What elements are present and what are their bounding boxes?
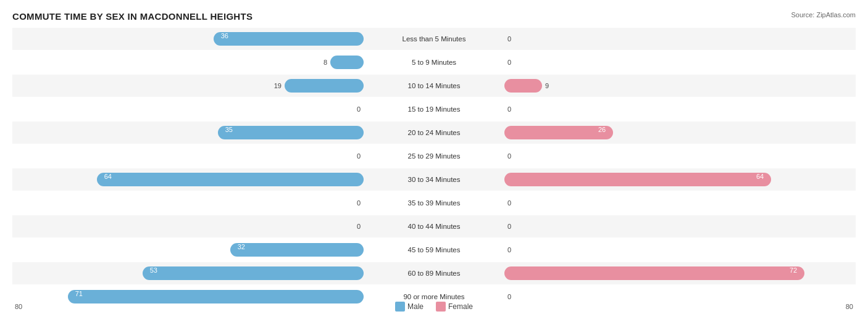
chart-row: 19 10 to 14 Minutes 9	[12, 75, 856, 97]
female-value-inside: 72	[790, 266, 801, 274]
female-side: 0	[502, 28, 856, 50]
female-side: 0	[502, 192, 856, 214]
female-bar: 26	[504, 126, 613, 139]
female-bar: 64	[504, 173, 771, 186]
row-inner: 53 60 to 89 Minutes 72	[12, 262, 856, 284]
female-side: 0	[502, 145, 856, 167]
male-value-inside: 71	[72, 290, 83, 297]
female-side: 9	[502, 75, 856, 97]
female-bar-wrap: 0	[504, 32, 856, 46]
male-side: 64	[12, 168, 366, 191]
male-bar-wrap: 0	[12, 149, 364, 163]
row-inner: 71 90 or more Minutes 0	[12, 286, 856, 308]
female-bar-wrap: 72	[504, 266, 856, 280]
female-value-inside: 26	[598, 126, 609, 133]
male-side: 71	[12, 286, 366, 308]
female-value: 0	[507, 199, 519, 207]
male-side: 0	[12, 98, 366, 120]
male-bar: 32	[230, 243, 364, 257]
center-label: 20 to 24 Minutes	[366, 129, 502, 136]
male-bar: 36	[214, 32, 364, 46]
center-label: 60 to 89 Minutes	[366, 270, 502, 277]
male-bar-wrap: 64	[12, 173, 364, 186]
row-inner: 35 20 to 24 Minutes 26	[12, 122, 856, 144]
male-side: 19	[12, 75, 366, 97]
female-bar-wrap: 0	[504, 56, 856, 69]
male-bar: 35	[218, 126, 364, 139]
chart-row: 71 90 or more Minutes 0	[12, 286, 856, 308]
female-value: 0	[507, 59, 519, 66]
male-bar-wrap: 0	[12, 196, 364, 210]
female-bar-wrap: 26	[504, 126, 856, 139]
row-inner: 0 25 to 29 Minutes 0	[12, 145, 856, 167]
female-bar-wrap: 0	[504, 102, 856, 116]
chart-row: 0 25 to 29 Minutes 0	[12, 145, 856, 167]
female-value: 0	[507, 35, 519, 43]
center-label: 45 to 59 Minutes	[366, 246, 502, 254]
chart-row: 36 Less than 5 Minutes 0	[12, 28, 856, 50]
female-bar	[504, 79, 542, 93]
female-value: 0	[507, 152, 519, 160]
male-side: 0	[12, 192, 366, 214]
male-bar: 71	[68, 290, 364, 303]
row-inner: 36 Less than 5 Minutes 0	[12, 28, 856, 50]
center-label: 40 to 44 Minutes	[366, 223, 502, 230]
male-bar-wrap: 53	[12, 266, 364, 280]
chart-row: 35 20 to 24 Minutes 26	[12, 122, 856, 144]
male-value: 0	[349, 223, 361, 230]
chart-title: COMMUTE TIME BY SEX IN MACDONNELL HEIGHT…	[12, 11, 856, 22]
male-side: 53	[12, 262, 366, 284]
row-inner: 64 30 to 34 Minutes 64	[12, 168, 856, 191]
female-side: 0	[502, 215, 856, 237]
female-value: 0	[507, 293, 519, 300]
male-value-inside: 32	[234, 243, 245, 250]
center-label: 30 to 34 Minutes	[366, 176, 502, 183]
female-bar-wrap: 0	[504, 243, 856, 257]
female-side: 0	[502, 239, 856, 261]
male-bar-wrap: 0	[12, 102, 364, 116]
chart-row: 0 40 to 44 Minutes 0	[12, 215, 856, 237]
source-label: Source: ZipAtlas.com	[791, 11, 856, 19]
female-side: 72	[502, 262, 856, 284]
male-side: 32	[12, 239, 366, 261]
chart-area: 36 Less than 5 Minutes 0 8	[12, 28, 856, 299]
male-side: 8	[12, 51, 366, 73]
female-bar-wrap: 9	[504, 79, 856, 93]
chart-row: 0 15 to 19 Minutes 0	[12, 98, 856, 120]
female-value-inside: 64	[756, 173, 767, 180]
row-inner: 19 10 to 14 Minutes 9	[12, 75, 856, 97]
row-inner: 32 45 to 59 Minutes 0	[12, 239, 856, 261]
male-side: 0	[12, 215, 366, 237]
center-label: 5 to 9 Minutes	[366, 59, 502, 66]
male-bar-wrap: 0	[12, 220, 364, 233]
male-side: 35	[12, 122, 366, 144]
female-bar-wrap: 0	[504, 220, 856, 233]
male-bar-wrap: 19	[12, 79, 364, 93]
male-bar-wrap: 32	[12, 243, 364, 257]
chart-container: COMMUTE TIME BY SEX IN MACDONNELL HEIGHT…	[0, 0, 868, 322]
chart-row: 0 35 to 39 Minutes 0	[12, 192, 856, 214]
chart-row: 8 5 to 9 Minutes 0	[12, 51, 856, 73]
row-inner: 0 40 to 44 Minutes 0	[12, 215, 856, 237]
chart-row: 53 60 to 89 Minutes 72	[12, 262, 856, 284]
female-value: 9	[545, 82, 556, 89]
female-value: 0	[507, 223, 519, 230]
center-label: 25 to 29 Minutes	[366, 152, 502, 160]
male-value: 0	[349, 105, 361, 113]
male-bar	[330, 56, 364, 69]
center-label: 15 to 19 Minutes	[366, 105, 502, 113]
chart-row: 64 30 to 34 Minutes 64	[12, 168, 856, 191]
female-bar-wrap: 0	[504, 149, 856, 163]
male-value: 19	[270, 82, 282, 89]
female-bar-wrap: 64	[504, 173, 856, 186]
female-bar-wrap: 0	[504, 196, 856, 210]
male-value-inside: 53	[146, 266, 157, 274]
male-value: 0	[349, 199, 361, 207]
male-bar: 64	[97, 173, 364, 186]
female-bar: 72	[504, 266, 804, 280]
row-inner: 0 35 to 39 Minutes 0	[12, 192, 856, 214]
center-label: 10 to 14 Minutes	[366, 82, 502, 89]
row-inner: 8 5 to 9 Minutes 0	[12, 51, 856, 73]
female-value: 0	[507, 246, 519, 254]
male-bar: 53	[143, 266, 364, 280]
